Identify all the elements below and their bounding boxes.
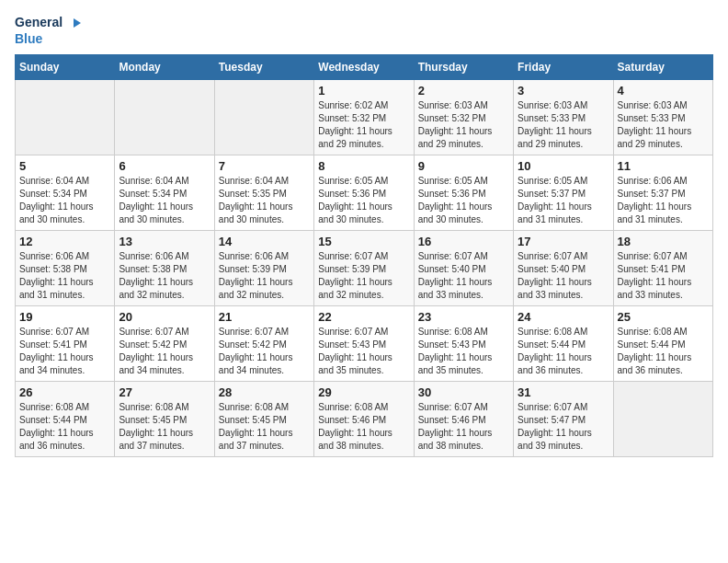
day-number: 15 bbox=[318, 235, 409, 248]
day-number: 31 bbox=[518, 385, 609, 399]
day-info: Sunrise: 6:07 AM Sunset: 5:42 PM Dayligh… bbox=[219, 326, 310, 377]
calendar-cell: 3Sunrise: 6:03 AM Sunset: 5:33 PM Daylig… bbox=[514, 80, 613, 155]
weekday-header: Sunday bbox=[16, 55, 115, 80]
day-number: 23 bbox=[418, 310, 509, 324]
calendar-cell: 17Sunrise: 6:07 AM Sunset: 5:40 PM Dayli… bbox=[514, 231, 613, 306]
day-number: 22 bbox=[318, 310, 409, 324]
calendar-cell: 31Sunrise: 6:07 AM Sunset: 5:47 PM Dayli… bbox=[514, 382, 613, 457]
day-number: 16 bbox=[418, 235, 509, 248]
calendar-body: 1Sunrise: 6:02 AM Sunset: 5:32 PM Daylig… bbox=[16, 80, 713, 457]
calendar-cell: 21Sunrise: 6:07 AM Sunset: 5:42 PM Dayli… bbox=[214, 306, 313, 382]
calendar-week-row: 5Sunrise: 6:04 AM Sunset: 5:34 PM Daylig… bbox=[16, 155, 713, 231]
day-info: Sunrise: 6:07 AM Sunset: 5:47 PM Dayligh… bbox=[518, 401, 609, 453]
day-info: Sunrise: 6:04 AM Sunset: 5:34 PM Dayligh… bbox=[119, 175, 210, 226]
weekday-header: Tuesday bbox=[214, 55, 313, 80]
calendar-week-row: 12Sunrise: 6:06 AM Sunset: 5:38 PM Dayli… bbox=[16, 231, 713, 306]
calendar-cell: 13Sunrise: 6:06 AM Sunset: 5:38 PM Dayli… bbox=[115, 231, 214, 306]
calendar-table: SundayMondayTuesdayWednesdayThursdayFrid… bbox=[15, 54, 713, 457]
weekday-header: Wednesday bbox=[314, 55, 414, 80]
day-number: 9 bbox=[418, 159, 509, 173]
calendar-cell: 18Sunrise: 6:07 AM Sunset: 5:41 PM Dayli… bbox=[613, 231, 712, 306]
weekday-header: Saturday bbox=[613, 55, 712, 80]
calendar-cell: 10Sunrise: 6:05 AM Sunset: 5:37 PM Dayli… bbox=[514, 155, 613, 231]
calendar-cell: 28Sunrise: 6:08 AM Sunset: 5:45 PM Dayli… bbox=[214, 382, 313, 457]
calendar-cell: 30Sunrise: 6:07 AM Sunset: 5:46 PM Dayli… bbox=[414, 382, 513, 457]
day-info: Sunrise: 6:06 AM Sunset: 5:37 PM Dayligh… bbox=[618, 175, 709, 226]
day-info: Sunrise: 6:03 AM Sunset: 5:32 PM Dayligh… bbox=[418, 99, 509, 151]
day-number: 8 bbox=[318, 159, 409, 173]
calendar-cell: 25Sunrise: 6:08 AM Sunset: 5:44 PM Dayli… bbox=[613, 306, 712, 382]
day-info: Sunrise: 6:04 AM Sunset: 5:35 PM Dayligh… bbox=[219, 175, 310, 226]
day-number: 26 bbox=[19, 385, 110, 399]
day-number: 3 bbox=[518, 84, 609, 98]
calendar-cell: 26Sunrise: 6:08 AM Sunset: 5:44 PM Dayli… bbox=[16, 382, 115, 457]
day-number: 27 bbox=[119, 385, 210, 399]
day-number: 7 bbox=[219, 159, 310, 173]
svg-marker-0 bbox=[74, 18, 81, 28]
day-info: Sunrise: 6:08 AM Sunset: 5:43 PM Dayligh… bbox=[418, 326, 509, 377]
day-number: 14 bbox=[219, 235, 310, 248]
calendar-cell: 5Sunrise: 6:04 AM Sunset: 5:34 PM Daylig… bbox=[16, 155, 115, 231]
day-info: Sunrise: 6:02 AM Sunset: 5:32 PM Dayligh… bbox=[318, 99, 409, 151]
calendar-cell: 8Sunrise: 6:05 AM Sunset: 5:36 PM Daylig… bbox=[314, 155, 414, 231]
day-number: 12 bbox=[19, 235, 110, 248]
day-number: 5 bbox=[19, 159, 110, 173]
calendar-cell: 12Sunrise: 6:06 AM Sunset: 5:38 PM Dayli… bbox=[16, 231, 115, 306]
day-info: Sunrise: 6:05 AM Sunset: 5:36 PM Dayligh… bbox=[418, 175, 509, 226]
day-info: Sunrise: 6:08 AM Sunset: 5:44 PM Dayligh… bbox=[618, 326, 709, 377]
day-info: Sunrise: 6:07 AM Sunset: 5:41 PM Dayligh… bbox=[618, 250, 709, 302]
day-number: 17 bbox=[518, 235, 609, 248]
calendar-cell: 2Sunrise: 6:03 AM Sunset: 5:32 PM Daylig… bbox=[414, 80, 513, 155]
calendar-cell: 1Sunrise: 6:02 AM Sunset: 5:32 PM Daylig… bbox=[314, 80, 414, 155]
day-info: Sunrise: 6:07 AM Sunset: 5:42 PM Dayligh… bbox=[119, 326, 210, 377]
page-header: General Blue bbox=[15, 15, 713, 47]
calendar-week-row: 1Sunrise: 6:02 AM Sunset: 5:32 PM Daylig… bbox=[16, 80, 713, 155]
calendar-cell bbox=[115, 80, 214, 155]
day-info: Sunrise: 6:06 AM Sunset: 5:38 PM Dayligh… bbox=[19, 250, 110, 302]
day-info: Sunrise: 6:06 AM Sunset: 5:38 PM Dayligh… bbox=[119, 250, 210, 302]
calendar-cell: 29Sunrise: 6:08 AM Sunset: 5:46 PM Dayli… bbox=[314, 382, 414, 457]
day-number: 20 bbox=[119, 310, 210, 324]
calendar-cell: 4Sunrise: 6:03 AM Sunset: 5:33 PM Daylig… bbox=[613, 80, 712, 155]
calendar-cell: 15Sunrise: 6:07 AM Sunset: 5:39 PM Dayli… bbox=[314, 231, 414, 306]
day-number: 29 bbox=[318, 385, 409, 399]
logo-text: General Blue bbox=[15, 15, 81, 47]
calendar-week-row: 26Sunrise: 6:08 AM Sunset: 5:44 PM Dayli… bbox=[16, 382, 713, 457]
calendar-cell: 14Sunrise: 6:06 AM Sunset: 5:39 PM Dayli… bbox=[214, 231, 313, 306]
day-number: 30 bbox=[418, 385, 509, 399]
calendar-cell: 22Sunrise: 6:07 AM Sunset: 5:43 PM Dayli… bbox=[314, 306, 414, 382]
day-number: 10 bbox=[518, 159, 609, 173]
day-number: 11 bbox=[618, 159, 709, 173]
day-info: Sunrise: 6:07 AM Sunset: 5:41 PM Dayligh… bbox=[19, 326, 110, 377]
calendar-cell bbox=[16, 80, 115, 155]
day-info: Sunrise: 6:08 AM Sunset: 5:44 PM Dayligh… bbox=[518, 326, 609, 377]
logo: General Blue bbox=[15, 15, 81, 47]
calendar-cell: 19Sunrise: 6:07 AM Sunset: 5:41 PM Dayli… bbox=[16, 306, 115, 382]
day-number: 2 bbox=[418, 84, 509, 98]
day-number: 6 bbox=[119, 159, 210, 173]
day-number: 28 bbox=[219, 385, 310, 399]
calendar-cell: 16Sunrise: 6:07 AM Sunset: 5:40 PM Dayli… bbox=[414, 231, 513, 306]
calendar-cell: 27Sunrise: 6:08 AM Sunset: 5:45 PM Dayli… bbox=[115, 382, 214, 457]
calendar-cell: 9Sunrise: 6:05 AM Sunset: 5:36 PM Daylig… bbox=[414, 155, 513, 231]
weekday-header: Friday bbox=[514, 55, 613, 80]
day-info: Sunrise: 6:07 AM Sunset: 5:46 PM Dayligh… bbox=[418, 401, 509, 453]
calendar-header: SundayMondayTuesdayWednesdayThursdayFrid… bbox=[16, 55, 713, 80]
calendar-cell bbox=[613, 382, 712, 457]
day-number: 1 bbox=[318, 84, 409, 98]
day-number: 13 bbox=[119, 235, 210, 248]
day-info: Sunrise: 6:07 AM Sunset: 5:43 PM Dayligh… bbox=[318, 326, 409, 377]
day-number: 19 bbox=[19, 310, 110, 324]
calendar-week-row: 19Sunrise: 6:07 AM Sunset: 5:41 PM Dayli… bbox=[16, 306, 713, 382]
day-info: Sunrise: 6:07 AM Sunset: 5:39 PM Dayligh… bbox=[318, 250, 409, 302]
day-number: 24 bbox=[518, 310, 609, 324]
day-info: Sunrise: 6:08 AM Sunset: 5:45 PM Dayligh… bbox=[119, 401, 210, 453]
day-info: Sunrise: 6:06 AM Sunset: 5:39 PM Dayligh… bbox=[219, 250, 310, 302]
day-info: Sunrise: 6:05 AM Sunset: 5:36 PM Dayligh… bbox=[318, 175, 409, 226]
day-info: Sunrise: 6:08 AM Sunset: 5:44 PM Dayligh… bbox=[19, 401, 110, 453]
calendar-cell: 6Sunrise: 6:04 AM Sunset: 5:34 PM Daylig… bbox=[115, 155, 214, 231]
day-info: Sunrise: 6:08 AM Sunset: 5:45 PM Dayligh… bbox=[219, 401, 310, 453]
day-number: 4 bbox=[618, 84, 709, 98]
day-info: Sunrise: 6:03 AM Sunset: 5:33 PM Dayligh… bbox=[618, 99, 709, 151]
calendar-cell: 11Sunrise: 6:06 AM Sunset: 5:37 PM Dayli… bbox=[613, 155, 712, 231]
